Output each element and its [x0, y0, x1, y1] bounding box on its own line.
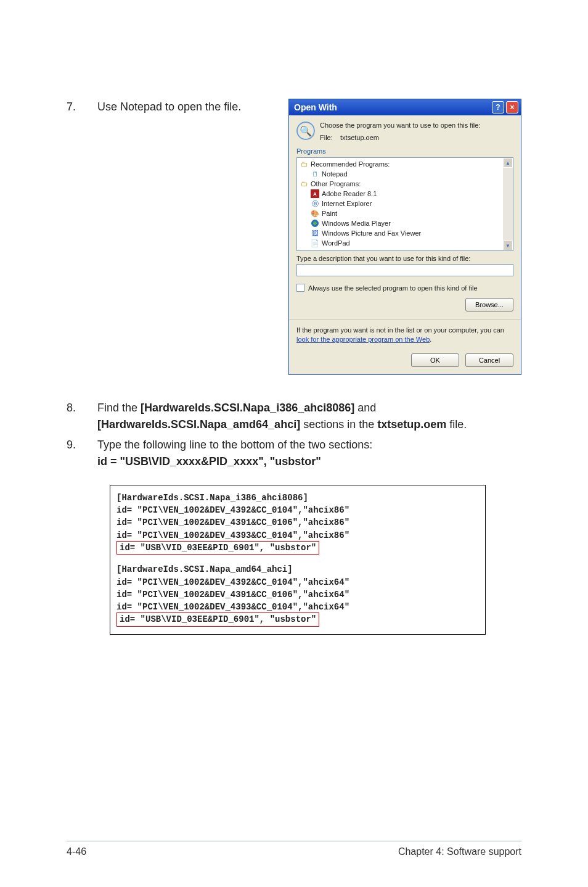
list-item-ie[interactable]: Internet Explorer	[322, 200, 372, 207]
folder-icon: 🗀	[300, 179, 308, 188]
step9-text: Type the following line to the bottom of…	[97, 437, 521, 470]
adobe-icon: A	[311, 189, 319, 198]
open-with-dialog: Open With ? × 🔍 Choose the program you w…	[288, 99, 521, 375]
picture-viewer-icon: 🖼	[311, 229, 319, 237]
web-lookup-link[interactable]: look for the appropriate program on the …	[296, 336, 430, 343]
code-line: [HardwareIds.SCSI.Napa_i386_ahci8086]	[116, 492, 479, 504]
code-line: [HardwareIds.SCSI.Napa_amd64_ahci]	[116, 563, 479, 576]
always-use-label: Always use the selected program to open …	[308, 284, 478, 292]
step7-num: 7.	[67, 99, 97, 115]
close-button[interactable]: ×	[506, 101, 518, 113]
list-item-paint[interactable]: Paint	[322, 210, 337, 217]
notepad-icon: 🗒	[311, 170, 319, 178]
folder-icon: 🗀	[300, 160, 308, 168]
dialog-title: Open With	[294, 102, 490, 112]
code-line: id= "PCI\VEN_1002&DEV_4391&CC_0106","ahc…	[116, 588, 479, 601]
paint-icon: 🎨	[311, 209, 319, 218]
code-line: id= "PCI\VEN_1002&DEV_4391&CC_0106","ahc…	[116, 516, 479, 529]
ie-icon: ⓔ	[311, 199, 319, 208]
dialog-titlebar[interactable]: Open With ? ×	[289, 99, 521, 115]
magnifier-icon: 🔍	[296, 122, 315, 140]
scrollbar-track[interactable]	[503, 168, 513, 241]
list-item-wmp[interactable]: Windows Media Player	[322, 220, 391, 227]
wordpad-icon: 📄	[311, 239, 319, 247]
browse-button[interactable]: Browse...	[465, 298, 513, 311]
step9-num: 9.	[67, 437, 97, 453]
scroll-up-button[interactable]	[503, 158, 513, 168]
step8-num: 8.	[67, 400, 97, 416]
programs-label: Programs	[296, 147, 513, 155]
code-line: id= "PCI\VEN_1002&DEV_4393&CC_0104","ahc…	[116, 601, 479, 613]
list-item-adobe[interactable]: Adobe Reader 8.1	[322, 190, 377, 197]
page-number: 4-46	[67, 846, 86, 857]
chapter-title: Chapter 4: Software support	[398, 846, 521, 857]
list-item-notepad[interactable]: Notepad	[322, 170, 348, 178]
description-label: Type a description that you want to use …	[296, 255, 513, 262]
always-use-checkbox[interactable]	[296, 284, 304, 292]
code-block: [HardwareIds.SCSI.Napa_i386_ahci8086] id…	[110, 485, 486, 635]
step7-text: Use Notepad to open the file.	[97, 99, 270, 115]
description-input[interactable]	[296, 264, 513, 276]
code-line-highlight: id= "USB\VID_03EE&PID_6901", "usbstor"	[116, 541, 319, 555]
list-item-wpf[interactable]: Windows Picture and Fax Viewer	[322, 229, 421, 237]
list-item-wordpad[interactable]: WordPad	[322, 239, 350, 247]
code-line: id= "PCI\VEN_1002&DEV_4393&CC_0104","ahc…	[116, 529, 479, 542]
code-line: id= "PCI\VEN_1002&DEV_4392&CC_0104","ahc…	[116, 504, 479, 516]
choose-program-text: Choose the program you want to use to op…	[320, 122, 513, 129]
listbox-scrollbar[interactable]	[503, 158, 513, 250]
step8-text: Find the [HardwareIds.SCSI.Napa_i386_ahc…	[97, 400, 521, 433]
cancel-button[interactable]: Cancel	[465, 353, 513, 367]
other-programs-label: Other Programs:	[311, 180, 361, 188]
web-note: If the program you want is not in the li…	[296, 326, 513, 345]
wmp-icon	[311, 219, 319, 228]
ok-button[interactable]: OK	[411, 353, 459, 367]
file-name: txtsetup.oem	[340, 134, 379, 141]
scroll-down-button[interactable]	[503, 241, 513, 250]
recommended-programs-label: Recommended Programs:	[311, 160, 390, 168]
programs-listbox[interactable]: 🗀Recommended Programs: 🗒Notepad 🗀Other P…	[296, 157, 513, 251]
file-label: File:	[320, 134, 333, 141]
help-button[interactable]: ?	[492, 101, 504, 113]
code-line: id= "PCI\VEN_1002&DEV_4392&CC_0104","ahc…	[116, 576, 479, 588]
code-line-highlight: id= "USB\VID_03EE&PID_6901", "usbstor"	[116, 613, 319, 626]
